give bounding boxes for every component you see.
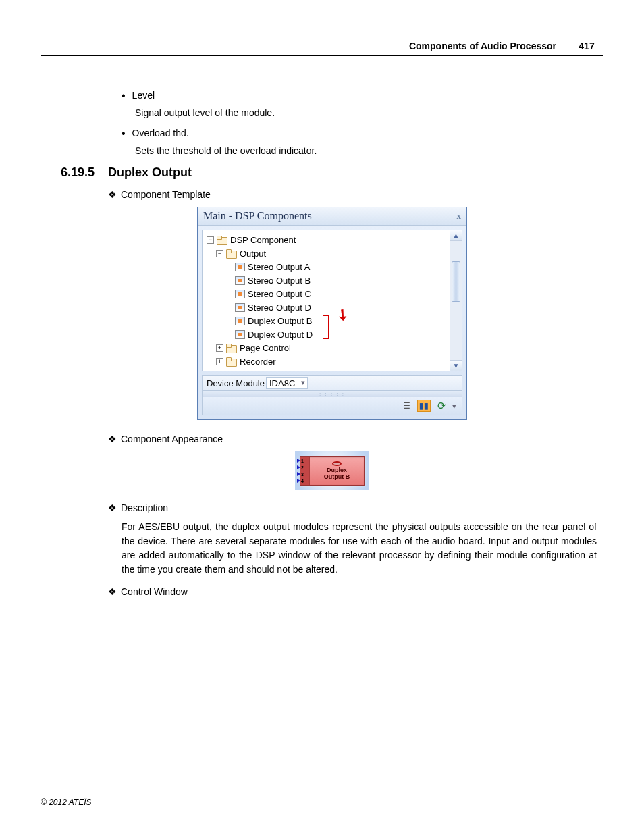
dsp-title: Main - DSP Components bbox=[203, 210, 312, 222]
sub-description: ❖ Description bbox=[108, 502, 603, 513]
tree-item[interactable]: Stereo Output C bbox=[207, 287, 450, 301]
tree-item[interactable]: Stereo Output B bbox=[207, 273, 450, 287]
tree-recorder-label: Recorder bbox=[240, 357, 275, 367]
copyright: © 2012 ATEÏS bbox=[41, 798, 92, 807]
port-3: 3 bbox=[300, 472, 309, 477]
tree-page-control[interactable]: + Page Control bbox=[207, 341, 450, 355]
section-heading: 6.19.5 Duplex Output bbox=[61, 165, 603, 180]
refresh-icon[interactable]: ⟳ bbox=[435, 400, 448, 412]
sub-template-label: Component Template bbox=[121, 189, 211, 200]
device-module-row: Device Module IDA8C bbox=[202, 375, 462, 391]
component-icon bbox=[235, 303, 245, 312]
bullet-level-label: Level bbox=[132, 90, 155, 102]
bullet-overload-label: Overload thd. bbox=[132, 128, 189, 140]
tree-output-label: Output bbox=[240, 249, 266, 259]
toolbar-dropdown-icon[interactable]: ▾ bbox=[452, 402, 456, 411]
collapse-icon[interactable]: − bbox=[216, 250, 223, 257]
grip-icon[interactable]: : : : : : bbox=[202, 391, 462, 397]
dsp-toolbar: ☰ ▮▮ ⟳ ▾ bbox=[202, 397, 462, 415]
tree-item-label: Stereo Output C bbox=[248, 289, 311, 299]
header-title: Components of Audio Processor bbox=[409, 41, 556, 51]
tree-page-label: Page Control bbox=[240, 343, 291, 353]
port-triangle-icon bbox=[297, 472, 300, 476]
callout-bracket-icon bbox=[323, 315, 329, 339]
page-header: Components of Audio Processor 417 bbox=[41, 41, 603, 56]
device-module-label: Device Module bbox=[207, 378, 265, 388]
close-icon[interactable]: x bbox=[457, 211, 462, 221]
component-icon bbox=[235, 290, 245, 298]
sub-appearance-label: Component Appearance bbox=[121, 434, 223, 444]
expand-icon[interactable]: + bbox=[216, 358, 223, 365]
list-view-icon[interactable]: ☰ bbox=[400, 400, 413, 412]
folder-icon bbox=[217, 236, 227, 244]
diamond-icon: ❖ bbox=[108, 502, 117, 513]
sub-appearance: ❖ Component Appearance bbox=[108, 434, 603, 444]
port-triangle-icon bbox=[297, 479, 300, 483]
tree-item-label: Stereo Output B bbox=[248, 276, 311, 286]
scroll-thumb[interactable] bbox=[452, 261, 460, 302]
device-module-value: IDA8C bbox=[269, 378, 295, 388]
section-title: Duplex Output bbox=[108, 165, 192, 180]
sub-template: ❖ Component Template bbox=[108, 189, 603, 200]
expand-icon[interactable]: + bbox=[216, 344, 223, 352]
bullet-dot-icon: • bbox=[122, 128, 126, 140]
diamond-icon: ❖ bbox=[108, 434, 117, 444]
component-icon bbox=[235, 317, 245, 325]
block-label-line2: Output B bbox=[324, 473, 350, 480]
tree-item-label: Duplex Output B bbox=[248, 316, 312, 326]
folder-icon bbox=[226, 344, 237, 353]
block-label: Duplex Output B bbox=[310, 457, 364, 485]
scrollbar[interactable]: ▲ ▼ bbox=[450, 230, 462, 371]
tree-root[interactable]: − DSP Component bbox=[207, 233, 450, 246]
dsp-tree[interactable]: − DSP Component − Output Stereo Output A bbox=[203, 230, 450, 371]
device-module-combo[interactable]: IDA8C bbox=[266, 377, 308, 389]
port-4: 4 bbox=[300, 479, 309, 484]
oval-icon bbox=[332, 461, 342, 466]
folder-icon bbox=[226, 357, 237, 366]
tree-item[interactable]: Stereo Output A bbox=[207, 260, 450, 273]
tree-item-label: Stereo Output D bbox=[248, 303, 311, 313]
component-appearance-figure: 1 2 3 4 Duplex Output B bbox=[295, 451, 369, 490]
bullet-dot-icon: • bbox=[122, 90, 126, 102]
port-strip: 1 2 3 4 bbox=[300, 457, 310, 485]
description-body: For AES/EBU output, the duplex output mo… bbox=[122, 520, 597, 577]
port-number: 1 bbox=[301, 459, 304, 463]
port-triangle-icon bbox=[297, 465, 300, 469]
folder-icon bbox=[226, 249, 237, 258]
component-icon bbox=[235, 276, 245, 285]
scroll-up-icon[interactable]: ▲ bbox=[450, 230, 462, 241]
page-footer: © 2012 ATEÏS bbox=[41, 793, 603, 807]
section-number: 6.19.5 bbox=[61, 165, 108, 180]
dsp-window: Main - DSP Components x − DSP Component … bbox=[197, 207, 467, 420]
block-label-line1: Duplex bbox=[327, 467, 347, 473]
port-number: 2 bbox=[301, 465, 304, 470]
port-1: 1 bbox=[300, 459, 309, 463]
tree-item[interactable]: Stereo Output D bbox=[207, 301, 450, 314]
tree-item-label: Stereo Output A bbox=[248, 262, 311, 272]
port-triangle-icon bbox=[297, 459, 300, 463]
bullet-level: • Level bbox=[122, 90, 603, 102]
tree-item-label: Duplex Output D bbox=[248, 330, 313, 340]
tree-recorder[interactable]: + Recorder bbox=[207, 355, 450, 368]
component-view-icon[interactable]: ▮▮ bbox=[417, 400, 431, 412]
sub-control-window: ❖ Control Window bbox=[108, 586, 603, 597]
sub-description-label: Description bbox=[121, 502, 168, 513]
collapse-icon[interactable]: − bbox=[207, 236, 214, 244]
diamond-icon: ❖ bbox=[108, 586, 117, 597]
port-number: 3 bbox=[301, 472, 304, 477]
scroll-down-icon[interactable]: ▼ bbox=[450, 360, 462, 371]
port-2: 2 bbox=[300, 465, 309, 470]
component-icon bbox=[235, 330, 245, 339]
component-icon bbox=[235, 263, 245, 271]
duplex-output-block: 1 2 3 4 Duplex Output B bbox=[300, 456, 365, 486]
bullet-level-desc: Signal output level of the module. bbox=[135, 107, 603, 118]
tree-output[interactable]: − Output bbox=[207, 246, 450, 260]
port-number: 4 bbox=[301, 479, 304, 484]
sub-control-label: Control Window bbox=[121, 586, 188, 597]
page-number: 417 bbox=[570, 41, 603, 51]
bullet-overload: • Overload thd. bbox=[122, 128, 603, 140]
scroll-track[interactable] bbox=[450, 241, 462, 360]
bullet-overload-desc: Sets the threshold of the overload indic… bbox=[135, 145, 603, 156]
dsp-titlebar[interactable]: Main - DSP Components x bbox=[198, 207, 466, 226]
tree-root-label: DSP Component bbox=[230, 235, 296, 245]
